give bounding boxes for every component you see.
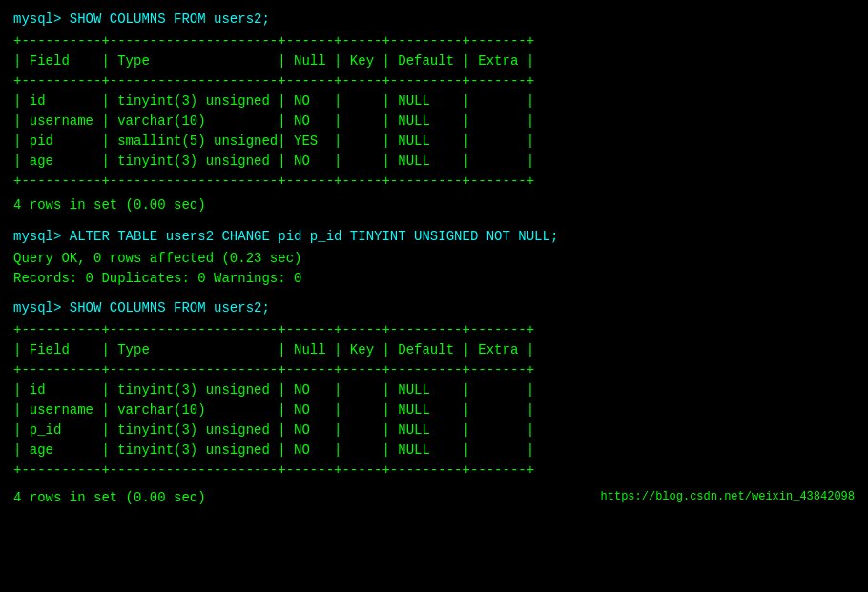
block1-rows-info: 4 rows in set (0.00 sec)	[13, 195, 855, 215]
prompt3-text: mysql> SHOW COLUMNS FROM users2;	[13, 300, 270, 316]
block3-rows-info: 4 rows in set (0.00 sec)	[13, 488, 206, 508]
block2-line1: Query OK, 0 rows affected (0.23 sec)	[13, 249, 855, 269]
prompt2-text: mysql> ALTER TABLE users2 CHANGE pid p_i…	[13, 229, 558, 244]
block1-prompt-line: mysql> SHOW COLUMNS FROM users2;	[13, 10, 855, 30]
block3-prompt-line: mysql> SHOW COLUMNS FROM users2;	[13, 298, 855, 318]
block2-prompt-line: mysql> ALTER TABLE users2 CHANGE pid p_i…	[13, 227, 855, 247]
block3-table: +----------+---------------------+------…	[13, 320, 855, 480]
block2-line2: Records: 0 Duplicates: 0 Warnings: 0	[13, 269, 855, 289]
block1-table: +----------+---------------------+------…	[13, 31, 855, 192]
prompt1-text: mysql> SHOW COLUMNS FROM users2;	[13, 11, 270, 27]
watermark-text: https://blog.csdn.net/weixin_43842098	[601, 488, 855, 508]
